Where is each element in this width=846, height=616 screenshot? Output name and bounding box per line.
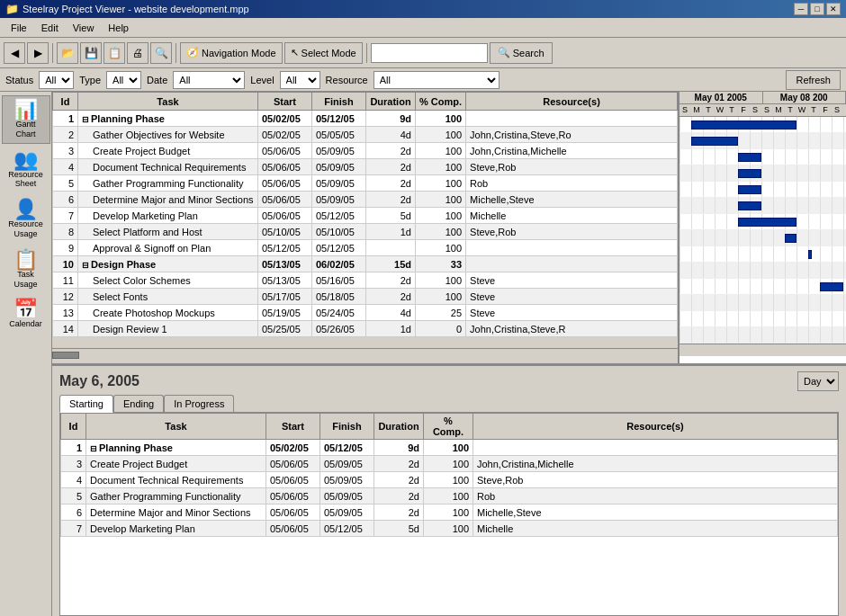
gantt-grid-line (843, 198, 844, 213)
gantt-grid-line (715, 263, 716, 278)
gantt-grid-line (773, 295, 774, 310)
resource-select[interactable]: All (374, 71, 500, 89)
gantt-row (680, 295, 846, 311)
sidebar-task-usage[interactable]: 📋 TaskUsage (2, 246, 50, 294)
table-row: 8Select Platform and Host05/10/0505/10/0… (53, 224, 678, 240)
cell-task: Select Fonts (78, 289, 258, 305)
bottom-table-scroll[interactable]: Id Task Start Finish Duration % Comp. Re… (60, 413, 838, 537)
gantt-grid-line (691, 182, 692, 197)
gantt-grid-line (843, 246, 844, 262)
tab-starting[interactable]: Starting (59, 395, 113, 413)
gantt-chart: May 01 2005 May 08 200 SMTWTFSSMTWTFS (680, 92, 846, 363)
cell-id: 6 (53, 192, 78, 208)
top-horiz-scrollbar[interactable] (52, 348, 678, 361)
gantt-header: May 01 2005 May 08 200 SMTWTFSSMTWTFS (680, 92, 846, 117)
tab-in-progress[interactable]: In Progress (164, 395, 234, 412)
cell-finish: 05/09/05 (312, 159, 366, 175)
sidebar-gantt-chart[interactable]: 📊 GanttChart (2, 95, 50, 144)
cell-id: 14 (53, 321, 78, 337)
refresh-button[interactable]: Refresh (786, 70, 841, 90)
gantt-grid-line (773, 182, 774, 197)
print-button[interactable]: 🖨 (127, 42, 148, 64)
bcell-resources: John,Cristina,Michelle (473, 456, 838, 472)
save-button[interactable]: 💾 (80, 42, 102, 64)
bcell-finish: 05/12/05 (320, 521, 374, 537)
gantt-row (680, 149, 846, 165)
gantt-grid-line (785, 182, 786, 197)
gantt-day-label: T (703, 104, 715, 116)
level-select[interactable]: All (280, 71, 320, 89)
gantt-grid-line (773, 165, 774, 181)
cell-task: Select Color Schemes (78, 272, 258, 289)
date-label: Date (147, 75, 167, 85)
date-select[interactable]: All (173, 71, 245, 89)
sidebar-calendar[interactable]: 📅 Calendar (2, 295, 50, 334)
menu-file[interactable]: File (4, 21, 34, 35)
gantt-grid-line (750, 327, 751, 343)
cell-finish: 05/05/05 (312, 127, 366, 143)
copy-button[interactable]: 📋 (104, 42, 125, 64)
gantt-grid-line (796, 214, 797, 229)
status-select[interactable]: All (39, 71, 74, 89)
close-button[interactable]: ✕ (826, 3, 841, 15)
gantt-grid-line (773, 263, 774, 278)
bcell-resources (473, 440, 838, 456)
maximize-button[interactable]: □ (810, 3, 824, 15)
gantt-grid-line (691, 311, 692, 326)
filter-bar: Status All Type All Date All Level All R… (0, 68, 846, 92)
cell-start: 05/06/05 (258, 143, 312, 159)
zoom-in-button[interactable]: 🔍 (150, 42, 172, 64)
gantt-day-label: S (680, 104, 691, 116)
type-select[interactable]: All (106, 71, 141, 89)
gantt-row (680, 117, 846, 133)
gantt-grid-line (680, 214, 680, 229)
cell-task: ⊟Planning Phase (78, 111, 258, 127)
gantt-grid-line (843, 165, 844, 181)
gantt-grid-line (691, 214, 692, 229)
list-item: 1⊟Planning Phase05/02/0505/12/059d100 (61, 440, 838, 456)
gantt-grid-line (715, 295, 716, 310)
menu-edit[interactable]: Edit (34, 21, 66, 35)
menu-help[interactable]: Help (101, 21, 136, 35)
gantt-grid-line (808, 214, 809, 229)
task-table-scroll[interactable]: Id Task Start Finish Duration % Comp. Re… (52, 92, 678, 348)
cell-resources: Steve (466, 289, 678, 305)
cell-finish: 05/09/05 (312, 143, 366, 159)
cell-finish: 05/12/05 (312, 240, 366, 256)
gantt-grid-line (820, 214, 821, 229)
sidebar-resource-sheet[interactable]: 👥 ResourceSheet (2, 146, 50, 194)
gantt-grid-line (843, 214, 844, 229)
compass-icon: 🧭 (186, 47, 199, 58)
forward-button[interactable]: ▶ (27, 42, 49, 64)
bcell-start: 05/06/05 (266, 456, 320, 472)
tab-ending[interactable]: Ending (113, 395, 164, 412)
nav-mode-button[interactable]: 🧭 Navigation Mode (180, 42, 283, 64)
select-mode-button[interactable]: ↖ Select Mode (284, 42, 363, 64)
gantt-grid-line (703, 263, 704, 278)
bottom-table-container: Id Task Start Finish Duration % Comp. Re… (59, 412, 839, 616)
gantt-scroll[interactable] (680, 344, 846, 356)
app-icon: 📁 (5, 3, 19, 15)
bcell-duration: 2d (374, 456, 424, 472)
bottom-date: May 6, 2005 (59, 373, 140, 389)
gantt-row (680, 165, 846, 182)
gantt-grid-line (761, 182, 762, 197)
sidebar-resource-usage[interactable]: 👤 ResourceUsage (2, 195, 50, 244)
table-row: 12Select Fonts05/17/0505/18/052d100Steve (53, 289, 678, 305)
gantt-grid-line (691, 165, 692, 181)
gantt-grid-line (750, 246, 751, 262)
search-input[interactable] (371, 43, 488, 63)
cell-duration: 9d (366, 111, 416, 127)
cell-start: 05/06/05 (258, 159, 312, 175)
gantt-grid-line (726, 295, 727, 310)
open-button[interactable]: 📂 (57, 42, 78, 64)
day-select[interactable]: Day (797, 371, 839, 391)
back-button[interactable]: ◀ (4, 42, 25, 64)
gantt-row (680, 246, 846, 263)
search-button[interactable]: 🔍 Search (490, 42, 553, 64)
minimize-button[interactable]: ─ (794, 3, 808, 15)
sidebar-gantt-label: GanttChart (15, 120, 35, 139)
cell-resources: Rob (466, 175, 678, 192)
menu-view[interactable]: View (66, 21, 102, 35)
list-item: 5Gather Programming Functionality05/06/0… (61, 488, 838, 504)
